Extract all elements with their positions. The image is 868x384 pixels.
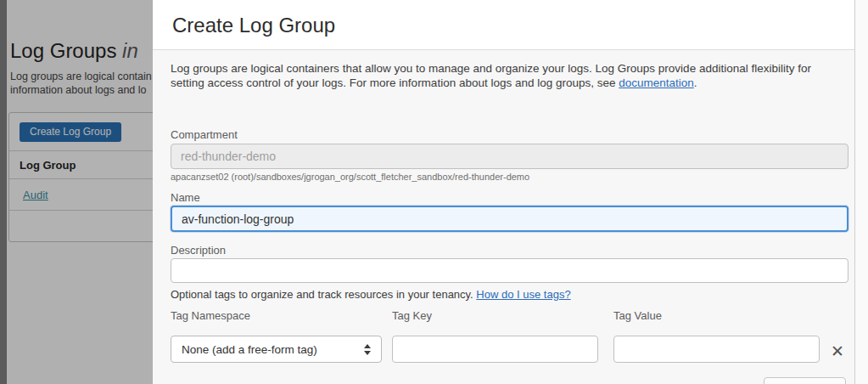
compartment-path: apacanzset02 (root)/sandboxes/jgrogan_or… <box>171 172 529 182</box>
description-input[interactable] <box>171 258 848 283</box>
panel-title: Create Log Group <box>172 14 335 37</box>
compartment-input <box>171 144 848 169</box>
documentation-link[interactable]: documentation <box>619 76 694 89</box>
remove-tag-icon[interactable]: ✕ <box>831 342 844 362</box>
compartment-label: Compartment <box>171 128 238 141</box>
tag-value-input[interactable] <box>613 336 820 363</box>
tag-key-input[interactable] <box>392 336 598 363</box>
description-label: Description <box>171 244 226 257</box>
additional-tag-button-partial[interactable] <box>764 377 846 384</box>
name-input[interactable] <box>171 206 848 232</box>
tags-hint: Optional tags to organize and track reso… <box>171 288 571 301</box>
panel-scrollbar[interactable] <box>854 0 868 384</box>
select-spinner-icon <box>364 344 371 355</box>
panel-intro-text: Log groups are logical containers that a… <box>171 62 811 89</box>
panel-intro-suffix: . <box>694 76 697 89</box>
tags-hint-text: Optional tags to organize and track reso… <box>171 288 476 301</box>
name-label: Name <box>171 191 200 204</box>
tag-namespace-selected-value: None (add a free-form tag) <box>182 343 317 356</box>
panel-header: Create Log Group <box>153 0 868 50</box>
tag-namespace-select[interactable]: None (add a free-form tag) <box>171 336 382 363</box>
how-do-i-use-tags-link[interactable]: How do I use tags? <box>476 288 570 301</box>
panel-intro: Log groups are logical containers that a… <box>171 61 843 90</box>
tag-value-label: Tag Value <box>613 309 662 322</box>
tag-namespace-label: Tag Namespace <box>171 309 250 322</box>
tag-key-label: Tag Key <box>392 309 432 322</box>
create-log-group-panel: Create Log Group Log groups are logical … <box>153 0 868 384</box>
